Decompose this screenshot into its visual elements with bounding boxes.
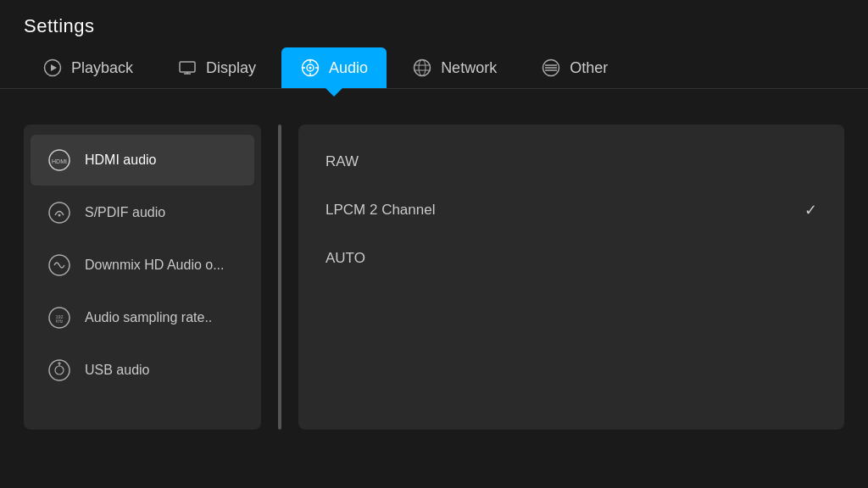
other-icon <box>541 58 561 78</box>
nav-label-network: Network <box>441 59 497 77</box>
menu-label-usb: USB audio <box>85 363 150 378</box>
svg-point-29 <box>55 366 64 374</box>
menu-item-usb[interactable]: USB audio <box>31 345 254 396</box>
nav-bar: Playback Display Audio <box>0 37 868 89</box>
svg-rect-2 <box>180 62 195 72</box>
page-title: Settings <box>0 0 868 37</box>
option-raw[interactable]: RAW <box>319 138 824 186</box>
network-icon <box>412 58 432 78</box>
nav-active-indicator <box>326 88 342 97</box>
left-panel: HDMI HDMI audio S/PDIF audio <box>24 125 261 430</box>
svg-point-23 <box>58 214 61 217</box>
nav-item-audio[interactable]: Audio <box>281 47 387 88</box>
audio-icon <box>300 58 320 78</box>
sampling-icon: 192 KHz <box>46 304 73 331</box>
menu-label-spdif: S/PDIF audio <box>85 205 165 220</box>
svg-point-12 <box>415 60 431 76</box>
panel-divider <box>278 125 281 430</box>
menu-label-downmix: Downmix HD Audio o... <box>85 258 225 273</box>
nav-label-other: Other <box>570 59 608 77</box>
menu-item-downmix[interactable]: Downmix HD Audio o... <box>31 240 254 291</box>
nav-label-display: Display <box>206 59 256 77</box>
option-lpcm2-label: LPCM 2 Channel <box>326 202 435 219</box>
downmix-icon <box>46 252 73 279</box>
menu-label-sampling: Audio sampling rate.. <box>85 310 212 325</box>
usb-icon <box>46 357 73 384</box>
nav-label-audio: Audio <box>329 59 368 77</box>
menu-item-hdmi[interactable]: HDMI HDMI audio <box>31 135 254 186</box>
nav-label-playback: Playback <box>71 59 133 77</box>
menu-item-sampling[interactable]: 192 KHz Audio sampling rate.. <box>31 292 254 343</box>
svg-point-7 <box>309 67 312 69</box>
svg-point-22 <box>49 202 70 223</box>
option-auto-label: AUTO <box>326 250 365 267</box>
menu-label-hdmi: HDMI audio <box>85 152 156 168</box>
nav-item-network[interactable]: Network <box>393 47 515 88</box>
menu-item-spdif[interactable]: S/PDIF audio <box>31 187 254 238</box>
option-auto[interactable]: AUTO <box>319 235 824 282</box>
content-area: HDMI HDMI audio S/PDIF audio <box>0 104 868 450</box>
spdif-icon <box>46 199 73 226</box>
nav-item-playback[interactable]: Playback <box>24 47 152 88</box>
svg-marker-1 <box>51 64 57 71</box>
right-panel: RAW LPCM 2 Channel ✓ AUTO <box>298 125 844 430</box>
svg-text:HDMI: HDMI <box>52 158 67 164</box>
playback-icon <box>42 58 63 78</box>
display-icon <box>177 58 198 78</box>
hdmi-icon: HDMI <box>46 147 73 174</box>
check-icon: ✓ <box>804 201 817 219</box>
option-lpcm2[interactable]: LPCM 2 Channel ✓ <box>319 186 824 235</box>
svg-point-13 <box>419 60 426 76</box>
option-raw-label: RAW <box>326 153 359 170</box>
nav-item-display[interactable]: Display <box>159 47 275 88</box>
svg-text:KHz: KHz <box>56 319 64 324</box>
nav-item-other[interactable]: Other <box>522 47 626 88</box>
